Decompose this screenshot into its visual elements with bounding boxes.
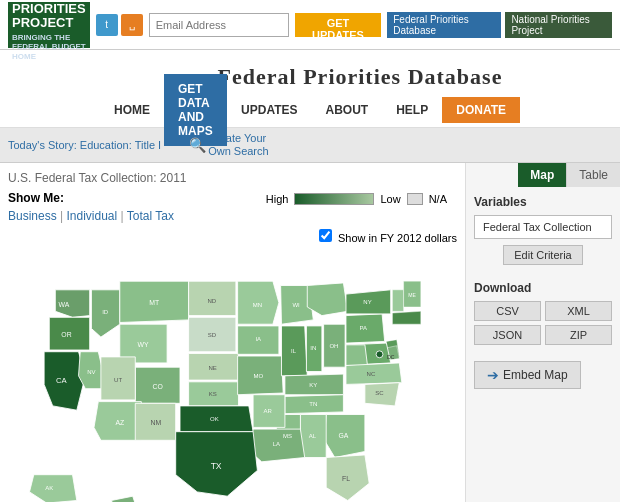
tab-table[interactable]: Table [566, 163, 620, 187]
download-xml-button[interactable]: XML [545, 301, 612, 321]
state-wv[interactable] [346, 345, 368, 366]
legend-area: High Low N/A [266, 193, 447, 205]
label-ms: MS [283, 433, 292, 439]
label-dc: DC [387, 354, 395, 360]
label-al: AL [309, 433, 317, 439]
nav-home[interactable]: HOME [100, 95, 164, 125]
show-fy-checkbox[interactable] [319, 229, 332, 242]
legend-na-box [407, 193, 423, 205]
label-mo: MO [253, 373, 263, 379]
legend-low-label: Low [380, 193, 400, 205]
label-wi: WI [292, 302, 300, 308]
state-vt[interactable] [392, 290, 403, 312]
label-tn: TN [309, 401, 317, 407]
category-links: Business | Individual | Total Tax [8, 209, 457, 223]
label-ny: NY [363, 300, 371, 306]
label-ak: AK [45, 486, 53, 492]
nav-about[interactable]: ABOUT [312, 95, 383, 125]
nav-updates[interactable]: UPDATES [227, 95, 311, 125]
label-la: LA [273, 442, 280, 448]
main-nav: HOME GET DATA AND MAPS UPDATES ABOUT HEL… [0, 92, 620, 128]
show-fy-label: Show in FY 2012 dollars [319, 229, 457, 244]
logo-tagline: Bringing the Federal Budget Home [12, 33, 86, 62]
label-pa: PA [359, 326, 367, 332]
label-ia: IA [255, 337, 261, 343]
variables-heading: Variables [474, 195, 612, 209]
main-content: U.S. Federal Tax Collection: 2011 Show M… [0, 163, 620, 502]
header-link-npp[interactable]: National Priorities Project [505, 12, 612, 38]
label-mt: MT [149, 300, 160, 307]
donate-button[interactable]: DONATE [442, 97, 520, 123]
label-tx: TX [211, 461, 222, 471]
label-wa: WA [58, 301, 69, 308]
label-nv: NV [87, 369, 95, 375]
label-nd: ND [207, 298, 216, 304]
legend-gradient [294, 193, 374, 205]
state-dc[interactable] [376, 351, 383, 358]
get-updates-button[interactable]: GET UPDATES [295, 13, 382, 37]
twitter-icon[interactable]: t [96, 14, 118, 36]
us-map-svg: WA OR CA NV ID MT WY CO UT AZ NM ND SD N… [8, 248, 438, 502]
page-subtitle: U.S. Federal Tax Collection: 2011 [8, 171, 457, 185]
embed-map-label: Embed Map [503, 368, 568, 382]
label-ca: CA [56, 376, 68, 385]
category-business[interactable]: Business [8, 209, 57, 223]
create-search-link[interactable]: Create Your Own Search [208, 132, 269, 158]
email-input[interactable] [149, 13, 289, 37]
label-ut: UT [114, 377, 122, 383]
label-ks: KS [209, 392, 217, 398]
label-me: ME [408, 292, 416, 298]
state-ma[interactable] [392, 312, 420, 325]
category-total[interactable]: Total Tax [127, 209, 174, 223]
download-section: Download CSV XML JSON ZIP [466, 273, 620, 353]
state-mi[interactable] [307, 283, 347, 316]
label-ga: GA [338, 432, 348, 439]
logo-title: NATIONAL PRIORITIES PROJECT [12, 0, 86, 31]
embed-arrow-icon: ➔ [487, 367, 499, 383]
label-in: IN [310, 345, 316, 351]
breadcrumb-bar: Today's Story: Education: Title I 🔍 Crea… [0, 128, 620, 163]
show-me-label: Show Me: [8, 191, 64, 205]
tab-map[interactable]: Map [518, 163, 566, 187]
download-json-button[interactable]: JSON [474, 325, 541, 345]
label-ky: KY [309, 382, 317, 388]
edit-criteria-button[interactable]: Edit Criteria [503, 245, 582, 265]
label-nc: NC [367, 371, 376, 377]
content-area: U.S. Federal Tax Collection: 2011 Show M… [0, 163, 465, 502]
label-oh: OH [329, 344, 338, 350]
label-sd: SD [208, 332, 217, 338]
header-link-fpd[interactable]: Federal Priorities Database [387, 12, 501, 38]
nav-help[interactable]: HELP [382, 95, 442, 125]
download-csv-button[interactable]: CSV [474, 301, 541, 321]
label-or: OR [61, 331, 71, 338]
label-co: CO [152, 383, 163, 390]
category-individual[interactable]: Individual [67, 209, 118, 223]
download-grid: CSV XML JSON ZIP [474, 301, 612, 345]
label-ar: AR [264, 408, 273, 414]
todays-story-link[interactable]: Today's Story: Education: Title I [8, 139, 161, 151]
legend-high-label: High [266, 193, 289, 205]
label-ne: NE [209, 365, 217, 371]
download-zip-button[interactable]: ZIP [545, 325, 612, 345]
embed-map-button[interactable]: ➔ Embed Map [474, 361, 581, 389]
label-sc: SC [375, 390, 384, 396]
tab-row: Map Table [466, 163, 620, 187]
rss-icon[interactable]: ␣ [121, 14, 143, 36]
us-map: WA OR CA NV ID MT WY CO UT AZ NM ND SD N… [8, 248, 438, 502]
variables-section: Variables Federal Tax Collection Edit Cr… [466, 187, 620, 273]
download-heading: Download [474, 281, 612, 295]
variable-name: Federal Tax Collection [474, 215, 612, 239]
label-id: ID [102, 309, 109, 315]
label-fl: FL [342, 475, 350, 482]
label-ok: OK [210, 416, 219, 422]
create-search-wrap[interactable]: 🔍 Create Your Own Search [189, 132, 269, 158]
social-icons: t ␣ [96, 14, 143, 36]
legend-na-label: N/A [429, 193, 447, 205]
label-wy: WY [137, 342, 148, 349]
header-links: Federal Priorities Database National Pri… [387, 12, 612, 38]
label-nm: NM [151, 419, 162, 426]
label-az: AZ [115, 419, 124, 426]
logo: NATIONAL PRIORITIES PROJECT Bringing the… [8, 2, 90, 48]
sidebar: Map Table Variables Federal Tax Collecti… [465, 163, 620, 502]
label-il: IL [291, 349, 297, 355]
